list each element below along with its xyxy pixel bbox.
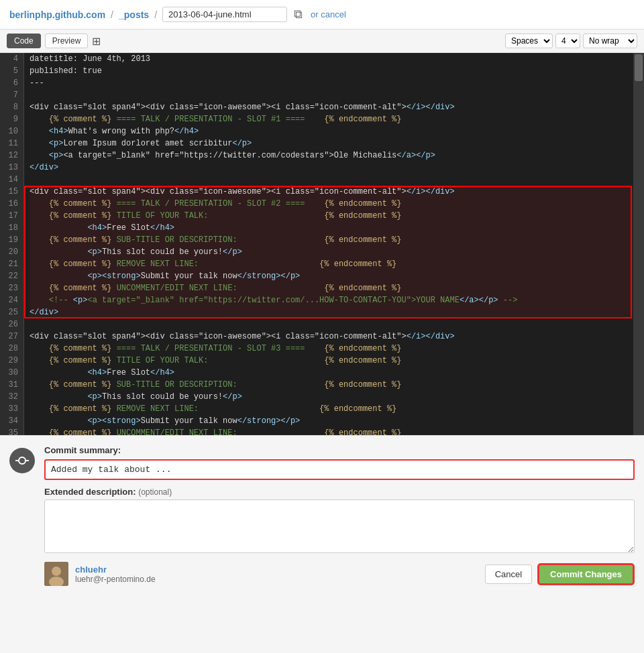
line-number: 7 — [5, 89, 18, 101]
header-bar: berlinphp.github.com / _posts / ⧉ or can… — [0, 0, 644, 29]
line-number: 35 — [5, 427, 18, 435]
commit-button[interactable]: Commit Changes — [537, 563, 635, 585]
spaces-select[interactable]: Spaces Tabs — [505, 34, 553, 48]
code-line[interactable]: {% comment %} SUB-TITLE OR DESCRIPTION: … — [30, 234, 639, 246]
line-number: 25 — [5, 306, 18, 318]
line-number: 6 — [5, 77, 18, 89]
cancel-button[interactable]: Cancel — [485, 565, 532, 584]
line-number: 22 — [5, 270, 18, 282]
line-number: 24 — [5, 294, 18, 306]
code-line[interactable]: <div class="slot span4"><div class="icon… — [30, 186, 639, 198]
code-line[interactable]: --- — [30, 77, 639, 89]
code-line[interactable]: {% comment %} ==== TALK / PRESENTATION -… — [30, 343, 639, 355]
line-number: 9 — [5, 113, 18, 125]
scrollbar-thumb[interactable] — [635, 54, 643, 81]
code-line[interactable]: <p>This slot could be yours!</p> — [30, 246, 639, 258]
line-number: 26 — [5, 318, 18, 331]
line-number: 31 — [5, 379, 18, 391]
committer-avatar — [44, 562, 68, 586]
code-line[interactable]: <!-- <p><a target="_blank" href="https:/… — [30, 294, 639, 306]
breadcrumb-sep-1: / — [111, 9, 113, 20]
svg-point-0 — [19, 457, 25, 464]
code-line[interactable] — [30, 89, 639, 101]
code-line[interactable]: {% comment %} REMOVE NEXT LINE: {% endco… — [30, 403, 639, 415]
line-number: 23 — [5, 282, 18, 294]
line-number: 30 — [5, 367, 18, 379]
line-number: 12 — [5, 150, 18, 162]
line-number: 20 — [5, 246, 18, 258]
line-number: 29 — [5, 355, 18, 367]
code-line[interactable]: <p><strong>Submit your talk now</strong>… — [30, 415, 639, 427]
code-line[interactable] — [30, 318, 639, 331]
line-numbers: 4567891011121314151617181920212223242526… — [0, 53, 24, 435]
indent-size-select[interactable]: 4 2 — [555, 34, 580, 48]
code-line[interactable]: {% comment %} TITLE OF YOUR TALK: {% end… — [30, 210, 639, 222]
code-line[interactable]: <p><strong>Submit your talk now</strong>… — [30, 270, 639, 282]
filename-input[interactable] — [162, 7, 287, 22]
code-line[interactable]: <h4>Free Slot</h4> — [30, 222, 639, 234]
code-line[interactable]: <div class="slot span4"><div class="icon… — [30, 101, 639, 113]
line-number: 33 — [5, 403, 18, 415]
code-line[interactable]: {% comment %} ==== TALK / PRESENTATION -… — [30, 113, 639, 125]
line-number: 34 — [5, 415, 18, 427]
committer-email: luehr@r-pentomino.de — [75, 575, 478, 584]
or-cancel-link[interactable]: or cancel — [311, 9, 346, 19]
svg-point-4 — [52, 567, 61, 576]
commit-actions: Cancel Commit Changes — [485, 563, 635, 585]
line-number: 16 — [5, 198, 18, 210]
code-line[interactable]: {% comment %} UNCOMMENT/EDIT NEXT LINE: … — [30, 427, 639, 435]
line-number: 4 — [5, 53, 18, 65]
folder-link[interactable]: _posts — [119, 9, 149, 20]
code-line[interactable]: <h4>What's wrong with php?</h4> — [30, 125, 639, 137]
code-line[interactable]: </div> — [30, 162, 639, 174]
line-number: 11 — [5, 137, 18, 150]
code-line[interactable]: datetitle: June 4th, 2013 — [30, 53, 639, 65]
commit-icon-area — [9, 445, 35, 586]
line-number: 5 — [5, 65, 18, 77]
extended-description-label: Extended description: (optional) — [44, 487, 635, 497]
indent-icon: ⊞ — [92, 35, 101, 48]
code-content[interactable]: datetitle: June 4th, 2013published: true… — [24, 53, 644, 435]
line-number: 8 — [5, 101, 18, 113]
breadcrumb-sep-2: / — [154, 9, 157, 20]
preview-tab-button[interactable]: Preview — [45, 34, 89, 48]
code-tab-button[interactable]: Code — [7, 34, 41, 48]
wrap-select[interactable]: No wrap Soft wrap — [583, 34, 637, 48]
commit-summary-input[interactable] — [44, 459, 635, 480]
site-link[interactable]: berlinphp.github.com — [9, 9, 105, 20]
extended-description-input[interactable] — [44, 499, 635, 553]
code-line[interactable] — [30, 174, 639, 186]
line-number: 13 — [5, 162, 18, 174]
commit-icon — [9, 448, 35, 473]
line-number: 18 — [5, 222, 18, 234]
code-line[interactable]: {% comment %} TITLE OF YOUR TALK: {% end… — [30, 355, 639, 367]
committer-name: chluehr — [75, 565, 478, 575]
code-line[interactable]: <p>Lorem Ipsum dorloret amet scribitur</… — [30, 137, 639, 150]
spaces-group: Spaces Tabs 4 2 No wrap Soft wrap — [505, 34, 637, 48]
code-line[interactable]: <div class="slot span4"><div class="icon… — [30, 331, 639, 343]
line-number: 19 — [5, 234, 18, 246]
editor-toolbar: Code Preview ⊞ Spaces Tabs 4 2 No wrap S… — [0, 29, 644, 53]
code-line[interactable]: published: true — [30, 65, 639, 77]
code-line[interactable]: {% comment %} SUB-TITLE OR DESCRIPTION: … — [30, 379, 639, 391]
code-line[interactable]: <p><a target="_blank" href="https://twit… — [30, 150, 639, 162]
code-line[interactable]: <p>This slot could be yours!</p> — [30, 391, 639, 403]
commit-form: Commit summary: Extended description: (o… — [44, 445, 635, 586]
vertical-scrollbar[interactable] — [633, 53, 644, 435]
code-line[interactable]: {% comment %} UNCOMMENT/EDIT NEXT LINE: … — [30, 282, 639, 294]
line-number: 28 — [5, 343, 18, 355]
line-number: 15 — [5, 186, 18, 198]
code-line[interactable]: {% comment %} ==== TALK / PRESENTATION -… — [30, 198, 639, 210]
line-number: 32 — [5, 391, 18, 403]
code-line[interactable]: {% comment %} REMOVE NEXT LINE: {% endco… — [30, 258, 639, 270]
commit-section: Commit summary: Extended description: (o… — [0, 435, 644, 595]
commit-footer: chluehr luehr@r-pentomino.de Cancel Comm… — [44, 562, 635, 586]
line-number: 27 — [5, 331, 18, 343]
editor-container: 4567891011121314151617181920212223242526… — [0, 53, 644, 435]
code-line[interactable]: <h4>Free Slot</h4> — [30, 367, 639, 379]
line-number: 10 — [5, 125, 18, 137]
code-area[interactable]: 4567891011121314151617181920212223242526… — [0, 53, 644, 435]
line-number: 17 — [5, 210, 18, 222]
code-line[interactable]: </div> — [30, 306, 639, 318]
line-number: 21 — [5, 258, 18, 270]
